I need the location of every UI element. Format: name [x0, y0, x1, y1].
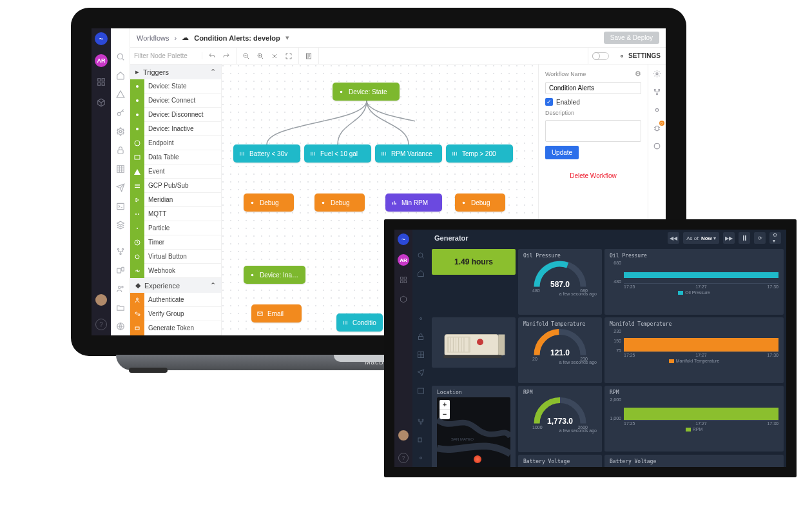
node-device-inactive[interactable]: Device: Ina… — [244, 266, 305, 284]
node-battery[interactable]: Battery < 30v — [233, 144, 300, 163]
palette-item[interactable]: Endpoint — [130, 136, 221, 150]
palette-item[interactable]: Meridian — [130, 193, 221, 207]
gear-icon[interactable] — [416, 313, 426, 324]
palette-item[interactable]: Device: Connect — [130, 94, 221, 108]
settings-panel-toggle[interactable]: SETTINGS — [613, 52, 666, 60]
app-logo-icon[interactable] — [95, 32, 108, 45]
palette-item[interactable]: Device: Disconnect — [130, 108, 221, 122]
refresh-button[interactable]: ⟳ — [754, 232, 766, 244]
alert-icon[interactable] — [115, 89, 126, 100]
gear-icon[interactable] — [115, 126, 126, 137]
rail-user-face[interactable] — [398, 430, 409, 441]
update-button[interactable]: Update — [545, 146, 579, 159]
gear-icon[interactable] — [416, 453, 426, 463]
palette-item[interactable]: Data Table — [130, 150, 221, 164]
devices-icon[interactable] — [115, 264, 126, 275]
node-fuel[interactable]: Fuel < 10 gal — [304, 144, 371, 163]
palette-item[interactable]: Authenticate — [130, 293, 221, 307]
palette-item[interactable]: Virtual Button — [130, 250, 221, 264]
rail-cube-icon[interactable] — [398, 294, 409, 304]
send-icon[interactable] — [115, 183, 126, 194]
workflow-branch-icon[interactable] — [416, 417, 426, 427]
node-device-state[interactable]: Device: State — [333, 83, 400, 101]
close-icon[interactable] — [269, 50, 280, 62]
folder-icon[interactable] — [115, 302, 126, 313]
palette-section-triggers[interactable]: ▸ Triggers⌃ — [130, 64, 221, 79]
home-icon[interactable] — [115, 70, 126, 81]
search-icon[interactable] — [416, 250, 426, 261]
layers-icon[interactable] — [115, 219, 126, 230]
node-debug[interactable]: Debug — [244, 194, 294, 212]
settings-button[interactable]: ⚙ ▾ — [769, 232, 781, 244]
description-textarea[interactable] — [545, 120, 641, 142]
bug-icon[interactable]: 0 — [652, 123, 662, 133]
palette-item[interactable]: Event — [130, 164, 221, 179]
delete-workflow-link[interactable]: Delete Workflow — [545, 172, 641, 179]
palette-section-experience[interactable]: ◆ Experience⌃ — [130, 278, 221, 293]
home-icon[interactable] — [416, 268, 426, 279]
workflow-enabled-checkbox[interactable]: ✓Enabled — [545, 98, 641, 106]
user-avatar[interactable]: AR — [95, 54, 108, 67]
filter-palette-input[interactable]: Filter Node Palette — [130, 52, 202, 59]
zoom-out-icon[interactable] — [240, 50, 252, 62]
rail-help-icon[interactable]: ? — [95, 319, 107, 330]
terminal-icon[interactable] — [115, 201, 126, 212]
globe-icon[interactable] — [115, 321, 126, 332]
terminal-icon[interactable] — [416, 386, 426, 396]
palette-item[interactable]: GCP Pub/Sub — [130, 179, 221, 193]
workflow-name-input[interactable] — [545, 82, 641, 94]
pause-button[interactable] — [739, 232, 750, 244]
lock-icon[interactable] — [115, 145, 126, 156]
palette-item[interactable]: Timer — [130, 235, 221, 250]
grid-icon[interactable] — [115, 164, 126, 175]
branch-icon[interactable] — [652, 86, 662, 97]
rail-cube-icon[interactable] — [95, 97, 107, 108]
rewind-button[interactable]: ◀◀ — [668, 232, 679, 244]
node-min-rpm[interactable]: Min RPM — [385, 194, 442, 212]
node-temp[interactable]: Temp > 200 — [446, 144, 513, 163]
asof-selector[interactable]: As of: Now ▾ — [683, 232, 719, 244]
devices-icon[interactable] — [416, 435, 426, 445]
redo-icon[interactable] — [220, 50, 232, 62]
user-avatar[interactable]: AR — [398, 254, 409, 266]
palette-item[interactable]: MQTT — [130, 207, 221, 221]
node-rpm-variance[interactable]: RPM Variance — [375, 144, 442, 163]
palette-item[interactable]: Device: Inactive — [130, 122, 221, 136]
grid-icon[interactable] — [416, 350, 426, 360]
send-icon[interactable] — [416, 368, 426, 378]
gear-icon[interactable] — [652, 68, 662, 79]
people-icon[interactable] — [115, 283, 126, 294]
undo-icon[interactable] — [206, 50, 218, 62]
history-icon[interactable] — [652, 104, 662, 115]
lock-icon[interactable] — [416, 332, 426, 342]
palette-item[interactable]: Webhook — [130, 264, 221, 278]
gear-icon[interactable]: ⚙ — [635, 70, 641, 78]
grid-toggle[interactable] — [592, 52, 609, 60]
palette-item[interactable]: Device: State — [130, 79, 221, 94]
palette-item[interactable]: Particle — [130, 221, 221, 235]
breadcrumb-current[interactable]: Condition Alerts: develop — [194, 34, 280, 42]
globe-icon[interactable] — [652, 141, 662, 151]
node-condition[interactable]: Conditio — [336, 313, 383, 332]
node-email[interactable]: Email — [251, 304, 302, 322]
notes-icon[interactable] — [303, 50, 314, 62]
palette-item[interactable]: Verify Group — [130, 307, 221, 321]
rail-dashboard-icon[interactable] — [95, 76, 107, 88]
zoom-in-icon[interactable] — [255, 50, 266, 62]
app-logo-icon[interactable] — [398, 233, 409, 245]
expand-icon[interactable] — [283, 50, 295, 62]
breadcrumb-root[interactable]: Workflows — [137, 34, 169, 42]
workflow-branch-icon[interactable] — [115, 246, 126, 257]
save-deploy-button[interactable]: Save & Deploy — [604, 32, 659, 44]
forward-button[interactable]: ▶▶ — [723, 232, 735, 244]
node-debug[interactable]: Debug — [455, 194, 505, 212]
node-debug[interactable]: Debug — [314, 194, 365, 212]
rail-user-face[interactable] — [95, 294, 107, 306]
palette-item[interactable]: Generate Token — [130, 321, 221, 335]
chevron-down-icon[interactable]: ▾ — [285, 34, 289, 42]
rail-dashboard-icon[interactable] — [398, 275, 409, 285]
rail-help-icon[interactable]: ? — [398, 453, 409, 463]
map[interactable]: +− SAN MATEO — [437, 397, 510, 467]
search-icon[interactable] — [115, 52, 126, 63]
key-icon[interactable] — [115, 108, 126, 119]
